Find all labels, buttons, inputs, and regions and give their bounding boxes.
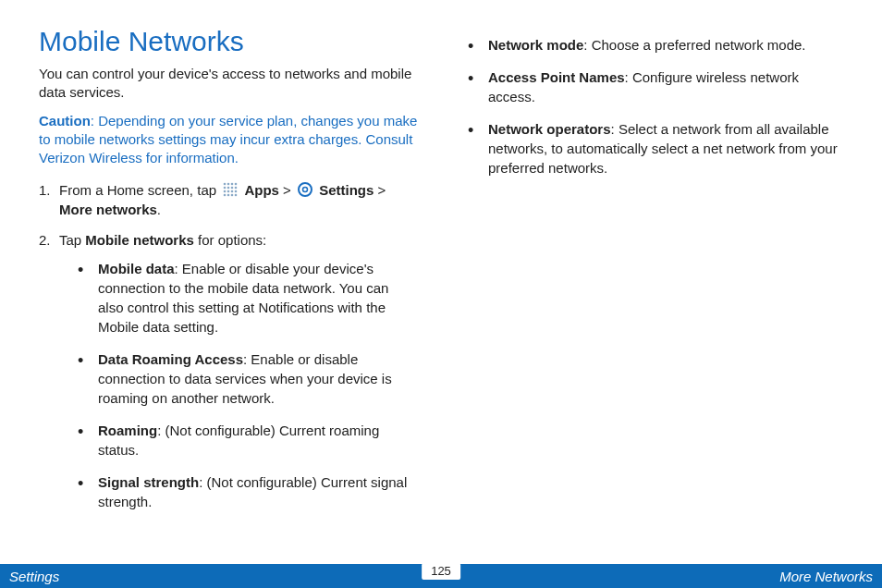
svg-point-2	[231, 183, 234, 186]
caution-text: Caution: Depending on your service plan,…	[39, 112, 418, 168]
list-item: Access Point Names: Configure wireless n…	[464, 67, 843, 106]
svg-point-0	[224, 183, 227, 186]
list-item: Network mode: Choose a preferred network…	[464, 35, 843, 55]
list-item: Network operators: Select a network from…	[464, 119, 843, 178]
page-content: Mobile Networks You can control your dev…	[0, 0, 882, 555]
step-2: Tap Mobile networks for options: Mobile …	[39, 230, 418, 511]
svg-point-14	[231, 194, 234, 197]
svg-point-1	[227, 183, 230, 186]
option-desc: : Choose a preferred network mode.	[583, 37, 805, 53]
svg-point-15	[235, 194, 238, 197]
options-list-right: Network mode: Choose a preferred network…	[464, 35, 843, 178]
step1-settings-label: Settings	[319, 182, 374, 198]
step2-mobile-networks: Mobile networks	[85, 232, 194, 248]
page-title: Mobile Networks	[39, 26, 418, 57]
step1-sep1: >	[279, 182, 295, 198]
svg-point-12	[224, 194, 227, 197]
step1-sep2: >	[374, 182, 386, 198]
footer-left: Settings	[9, 569, 59, 584]
step1-apps-label: Apps	[244, 182, 279, 198]
intro-text: You can control your device's access to …	[39, 65, 418, 103]
step1-dot: .	[157, 202, 161, 217]
svg-point-17	[303, 188, 308, 192]
option-term: Network mode	[488, 37, 583, 53]
list-item: Data Roaming Access: Enable or disable c…	[59, 349, 418, 408]
option-term: Mobile data	[98, 261, 175, 276]
step1-text-a: From a Home screen, tap	[59, 182, 220, 198]
svg-point-8	[224, 190, 227, 193]
step2-text-a: Tap	[59, 232, 85, 248]
step1-more-label: More networks	[59, 202, 157, 217]
svg-point-13	[227, 194, 230, 197]
page-number: 125	[422, 563, 460, 580]
list-item: Signal strength: (Not configurable) Curr…	[59, 472, 418, 511]
options-list-left: Mobile data: Enable or disable your devi…	[59, 259, 418, 511]
caution-label: Caution	[39, 113, 91, 129]
steps-list: From a Home screen, tap Apps > Settings …	[39, 180, 418, 511]
caution-body: : Depending on your service plan, change…	[39, 113, 417, 166]
svg-point-7	[235, 187, 238, 190]
option-term: Network operators	[488, 121, 611, 137]
svg-point-6	[231, 187, 234, 190]
svg-point-10	[231, 190, 234, 193]
option-term: Roaming	[98, 423, 157, 438]
step-1: From a Home screen, tap Apps > Settings …	[39, 180, 418, 219]
step2-text-c: for options:	[194, 232, 266, 248]
option-term: Signal strength	[98, 474, 199, 490]
page-footer: Settings 125 More Networks	[0, 564, 882, 588]
settings-gear-icon	[297, 181, 313, 198]
option-term: Data Roaming Access	[98, 351, 243, 367]
svg-point-3	[235, 183, 238, 186]
left-column: Mobile Networks You can control your dev…	[39, 26, 418, 555]
svg-point-5	[227, 187, 230, 190]
footer-right: More Networks	[779, 569, 873, 584]
list-item: Roaming: (Not configurable) Current roam…	[59, 421, 418, 459]
svg-point-16	[299, 183, 312, 196]
svg-point-4	[224, 187, 227, 190]
right-column: Network mode: Choose a preferred network…	[464, 26, 843, 555]
list-item: Mobile data: Enable or disable your devi…	[59, 259, 418, 337]
svg-point-11	[235, 190, 238, 193]
svg-point-9	[227, 190, 230, 193]
apps-grid-icon	[222, 181, 239, 198]
option-term: Access Point Names	[488, 69, 625, 85]
